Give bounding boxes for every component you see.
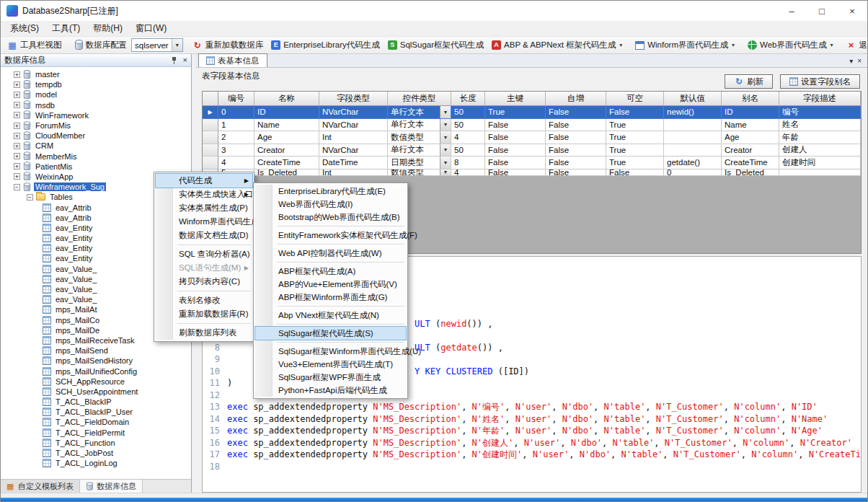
tree-node-database[interactable]: +msdb <box>1 100 191 110</box>
submenu-item[interactable]: ABP框架Winform界面生成(G) <box>255 291 406 304</box>
submenu-item[interactable]: Web API控制器代码生成(W) <box>255 247 406 260</box>
table-row[interactable]: 3CreatorNVarChar单行文本▼50FalseFalseTrueCre… <box>203 144 861 157</box>
chevron-down-icon[interactable]: ▾ <box>849 57 853 65</box>
expand-icon[interactable]: + <box>14 71 20 78</box>
close-icon[interactable]: × <box>857 57 862 65</box>
control-type-cell[interactable]: 数值类型▼ <box>388 169 451 176</box>
winform-button[interactable]: Winform界面代码生成▾ <box>632 38 738 53</box>
chevron-down-icon[interactable]: ▼ <box>440 157 451 169</box>
expand-icon[interactable]: + <box>14 92 20 98</box>
collapse-icon[interactable]: − <box>27 194 33 201</box>
enterpriselibrary-button[interactable]: EEnterpriseLibrary代码生成 <box>267 38 384 53</box>
column-header[interactable]: 主键 <box>485 92 546 106</box>
maximize-button[interactable]: □ <box>807 1 837 21</box>
context-menu-item[interactable]: 刷新数据库列表 <box>156 326 252 340</box>
column-header[interactable]: 自增 <box>546 92 606 106</box>
pin-icon[interactable] <box>171 56 177 65</box>
control-type-cell[interactable]: 单行文本▼ <box>388 119 451 132</box>
menubar-item[interactable]: 帮助(H) <box>87 21 129 36</box>
submenu-item[interactable]: Bootstrap的Web界面代码生成(B) <box>255 211 406 224</box>
submenu-item[interactable]: SqlSugar框架代码生成(S) <box>255 327 406 340</box>
table-row[interactable]: 1NameNVarChar单行文本▼50FalseFalseTrueName姓名 <box>203 119 861 132</box>
tree-node-database[interactable]: +model <box>1 89 191 100</box>
submenu-item[interactable]: ABP的Vue+Element界面代码(V) <box>255 278 406 291</box>
submenu-item[interactable]: SqlSugar框架Winform界面代码生成(U) <box>255 345 406 358</box>
chevron-down-icon[interactable]: ▼ <box>440 106 451 118</box>
minimize-button[interactable]: – <box>776 1 807 21</box>
tree-node-table[interactable]: T_ACL_BlackIP <box>1 397 191 407</box>
chevron-down-icon[interactable]: ▾ <box>830 42 833 48</box>
menubar-item[interactable]: 窗口(W) <box>129 21 173 36</box>
tree-node-table[interactable]: mps_MailUnifiedConfig <box>1 366 191 376</box>
expand-icon[interactable]: + <box>14 143 20 149</box>
tree-node-table[interactable]: T_ACL_BlackIP_User <box>1 407 191 417</box>
expand-icon[interactable]: + <box>14 173 20 180</box>
context-menu-item[interactable]: 表别名修改 <box>156 294 252 307</box>
abp-button[interactable]: AABP & ABPNext 框架代码生成▾ <box>488 38 626 53</box>
context-menu-item[interactable]: 代码生成▶ <box>156 174 252 188</box>
control-type-cell[interactable]: 日期类型▼ <box>388 157 451 169</box>
provider-combo[interactable]: sqlserver▾ <box>131 38 183 52</box>
chevron-down-icon[interactable]: ▾ <box>172 39 182 51</box>
tab-table-basic-info[interactable]: 表基本信息 <box>198 53 267 67</box>
view-button[interactable]: ▦工具栏视图 <box>4 38 66 53</box>
column-header[interactable]: 编号 <box>218 92 254 106</box>
column-header[interactable]: 可空 <box>606 92 664 106</box>
expand-icon[interactable]: + <box>14 153 20 159</box>
reload-button[interactable]: ↻重新加载数据库 <box>189 38 267 53</box>
menubar-item[interactable]: 工具(T) <box>45 21 87 36</box>
tree-node-database[interactable]: +master <box>1 69 191 79</box>
dbconfig-button[interactable]: 数据库配置 <box>71 38 131 53</box>
collapse-icon[interactable]: − <box>14 184 20 190</box>
context-menu-item[interactable]: SQL语句生成(M)▶ <box>156 261 252 275</box>
column-header[interactable]: 字段类型 <box>319 92 388 106</box>
expand-icon[interactable]: + <box>14 133 20 139</box>
expand-icon[interactable]: + <box>14 163 20 169</box>
tree-node-table[interactable]: T_ACL_FieldDomain <box>1 417 191 427</box>
tree-node-table[interactable]: mps_MailSendHistory <box>1 356 191 366</box>
context-menu-item[interactable]: Winform界面代码生成(W) <box>156 215 252 229</box>
set-field-alias-button[interactable]: 设置字段别名 <box>780 74 860 89</box>
context-menu-item[interactable]: SQL 查询分析器(A) <box>156 247 252 261</box>
chevron-down-icon[interactable]: ▼ <box>440 119 451 131</box>
tree-node-database[interactable]: +ForumMis <box>1 120 191 131</box>
table-row[interactable]: 4CreateTimeDateTime日期类型▼8FalseFalseTrueg… <box>203 157 861 169</box>
column-header[interactable]: 控件类型 <box>388 92 451 106</box>
tree-node-table[interactable]: SCH_AppResource <box>1 376 191 387</box>
close-icon[interactable]: × <box>183 56 187 64</box>
web-button[interactable]: Web界面代码生成▾ <box>744 38 836 53</box>
column-header[interactable]: 名称 <box>254 92 319 106</box>
column-header[interactable]: 长度 <box>451 92 485 106</box>
submenu-item[interactable]: SqlSugar框架WPF界面生成 <box>255 371 406 384</box>
expand-icon[interactable]: + <box>14 82 20 88</box>
table-row[interactable]: 5Is_DeletedInt数值类型▼4FalseFalseFalse0Is_D… <box>203 169 861 176</box>
control-type-cell[interactable]: 单行文本▼ <box>388 144 451 157</box>
column-header[interactable]: 字段描述 <box>779 92 861 106</box>
sqlsugar-button[interactable]: SSqlSugar框架代码生成 <box>384 38 487 53</box>
context-menu-item[interactable]: 拷贝列表内容(C) <box>156 275 252 289</box>
tree-node-database[interactable]: +MemberMis <box>1 151 191 162</box>
submenu-item[interactable]: Web界面代码生成(I) <box>255 198 406 211</box>
refresh-button[interactable]: ↻ 刷新 <box>725 74 773 89</box>
tree-node-table[interactable]: mps_MailSend <box>1 345 191 356</box>
tree-node-database[interactable]: +tempdb <box>1 79 191 89</box>
chevron-down-icon[interactable]: ▼ <box>440 131 451 144</box>
context-menu-item[interactable]: 实体类属性生成(P) <box>156 201 252 215</box>
close-button[interactable]: × <box>837 1 867 21</box>
table-row[interactable]: ▶0IDNVarChar单行文本▼50TrueFalseFalsenewid()… <box>203 106 861 119</box>
tree-node-database[interactable]: +PatientMis <box>1 162 191 172</box>
tree-node-table[interactable]: T_ACL_FieldPermit <box>1 428 191 438</box>
tree-node-table[interactable]: T_ACL_JobPost <box>1 448 191 458</box>
submenu-item[interactable]: EnterpriseLibrary代码生成(E) <box>255 185 406 198</box>
control-type-cell[interactable]: 单行文本▼ <box>388 106 451 119</box>
control-type-cell[interactable]: 数值类型▼ <box>388 131 451 144</box>
tree-node-database[interactable]: +CloudMember <box>1 131 191 141</box>
tree-node-table[interactable]: T_ACL_Function <box>1 438 191 448</box>
context-menu-item[interactable]: 数据库文档生成(D) <box>156 229 252 242</box>
chevron-down-icon[interactable]: ▼ <box>440 144 451 157</box>
expand-icon[interactable]: + <box>14 112 20 118</box>
chevron-down-icon[interactable]: ▼ <box>440 169 451 175</box>
submenu-item[interactable]: Python+FastApi后端代码生成 <box>255 384 406 397</box>
submenu-item[interactable]: ABP框架代码生成(A) <box>255 265 406 278</box>
submenu-item[interactable]: Vue3+Element界面代码生成(T) <box>255 358 406 371</box>
